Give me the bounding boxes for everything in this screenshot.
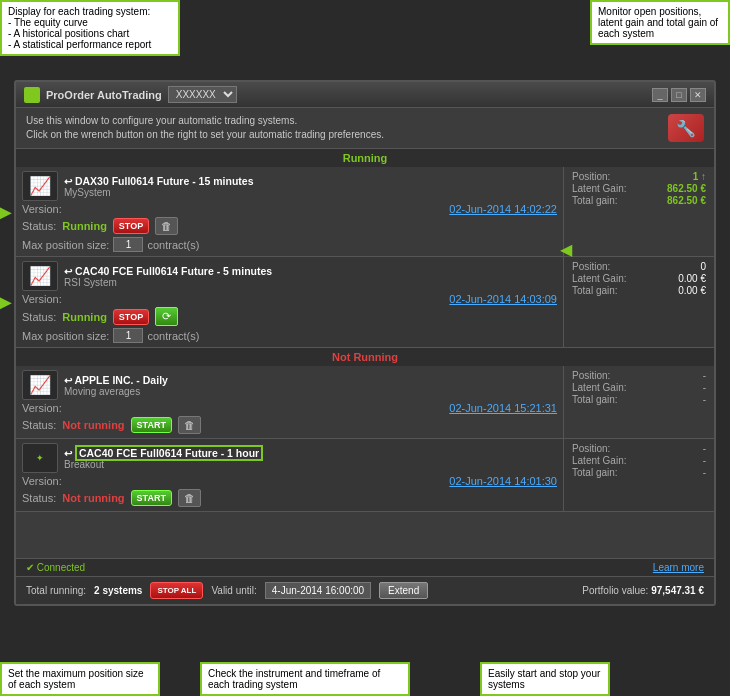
system-row: ▶ 📈 ↩ DAX30 Full0614 Future - 15 minutes…	[16, 167, 714, 257]
pos-value-sys4: -	[703, 443, 706, 454]
annotation-bottomright: Easily start and stop your systems	[480, 662, 610, 696]
status-value-sys2: Running	[62, 311, 107, 323]
footer-right: Portfolio value: 97,547.31 €	[582, 585, 704, 596]
arrow-right-annotation: ◀	[560, 240, 572, 259]
stop-all-button[interactable]: STOP ALL	[150, 582, 203, 599]
arrow-left-sys2: ▶	[0, 291, 12, 313]
total-value-sys1: 862.50 €	[667, 195, 706, 206]
latent-label-sys4: Latent Gain:	[572, 455, 626, 466]
settings-icon[interactable]: 🔧	[668, 114, 704, 142]
version-date-sys2[interactable]: 02-Jun-2014 14:03:09	[449, 293, 557, 305]
system-instrument-sys2: ↩ CAC40 FCE Full0614 Future - 5 minutes	[64, 265, 557, 277]
pos-value-sys1: 1 ↑	[693, 171, 706, 182]
annotation-bottomright-text: Easily start and stop your systems	[488, 668, 600, 690]
maxpos-input-sys2[interactable]	[113, 328, 143, 343]
annotation-bottomleft-text: Set the maximum position size of each sy…	[8, 668, 144, 690]
footer-left: Total running: 2 systems STOP ALL Valid …	[26, 582, 428, 599]
system-right-sys2: Position: 0 Latent Gain: 0.00 € Total ga…	[564, 257, 714, 347]
status-label-sys3: Status:	[22, 419, 56, 431]
system-right-sys4: Position: - Latent Gain: - Total gain: -	[564, 439, 714, 511]
connected-bar: ✔ Connected Learn more	[16, 558, 714, 576]
contracts-label-sys1: contract(s)	[147, 239, 199, 251]
header-info: Use this window to configure your automa…	[16, 108, 714, 149]
system-left-sys2: 📈 ↩ CAC40 FCE Full0614 Future - 5 minute…	[16, 257, 564, 347]
system-left-sys3: 📈 ↩ APPLE INC. - Daily Moving averages V…	[16, 366, 564, 438]
total-label-sys2: Total gain:	[572, 285, 618, 296]
stop-button-sys1[interactable]: STOP	[113, 218, 149, 234]
total-running-count: 2 systems	[94, 585, 142, 596]
pos-label-sys4: Position:	[572, 443, 610, 454]
system-name-sys3: Moving averages	[64, 386, 557, 397]
window-dropdown[interactable]: XXXXXX	[168, 86, 237, 103]
version-date-sys3[interactable]: 02-Jun-2014 15:21:31	[449, 402, 557, 414]
start-button-sys4[interactable]: START	[131, 490, 172, 506]
portfolio-label: Portfolio value:	[582, 585, 648, 596]
section-notrunning-header: Not Running	[16, 348, 714, 366]
maxpos-input-sys1[interactable]	[113, 237, 143, 252]
pos-value-sys2: 0	[700, 261, 706, 272]
system-chart-icon-sys3: 📈	[22, 370, 58, 400]
system-row-sys2: ▶ 📈 ↩ CAC40 FCE Full0614 Future - 5 minu…	[16, 257, 714, 348]
version-date-sys4[interactable]: 02-Jun-2014 14:01:30	[449, 475, 557, 487]
annotation-topright-text: Monitor open positions, latent gain and …	[598, 6, 718, 39]
extend-button[interactable]: Extend	[379, 582, 428, 599]
system-chart-icon-sys2: 📈	[22, 261, 58, 291]
annotation-topleft-line4: - A statistical performance report	[8, 39, 172, 50]
version-date-sys1[interactable]: 02-Jun-2014 14:02:22	[449, 203, 557, 215]
system-left-sys4: ✦ ↩ CAC40 FCE Full0614 Future - 1 hour B…	[16, 439, 564, 511]
window-icon	[24, 87, 40, 103]
delete-button-sys1[interactable]: 🗑	[155, 217, 178, 235]
version-label-sys2: Version:	[22, 293, 62, 305]
total-label-sys3: Total gain:	[572, 394, 618, 405]
pos-label-sys1: Position:	[572, 171, 610, 182]
restore-button[interactable]: □	[671, 88, 687, 102]
header-line1: Use this window to configure your automa…	[26, 114, 384, 128]
learn-more-link[interactable]: Learn more	[653, 562, 704, 573]
stop-button-sys2[interactable]: STOP	[113, 309, 149, 325]
annotation-bottomcenter-text: Check the instrument and timeframe of ea…	[208, 668, 380, 690]
total-running-label: Total running:	[26, 585, 86, 596]
system-chart-icon-sys4: ✦	[22, 443, 58, 473]
annotation-bottomleft: Set the maximum position size of each sy…	[0, 662, 160, 696]
system-name-sys1: MySystem	[64, 187, 557, 198]
total-value-sys2: 0.00 €	[678, 285, 706, 296]
footer-bar: Total running: 2 systems STOP ALL Valid …	[16, 576, 714, 604]
delete-button-sys3[interactable]: 🗑	[178, 416, 201, 434]
delete-button-sys4[interactable]: 🗑	[178, 489, 201, 507]
header-line2: Click on the wrench button on the right …	[26, 128, 384, 142]
total-label-sys4: Total gain:	[572, 467, 618, 478]
valid-date: 4-Jun-2014 16:00:00	[265, 582, 371, 599]
system-instrument-sys3: ↩ APPLE INC. - Daily	[64, 374, 557, 386]
main-window: ProOrder AutoTrading XXXXXX _ □ ✕ Use th…	[14, 80, 716, 606]
latent-value-sys1: 862.50 €	[667, 183, 706, 194]
close-button[interactable]: ✕	[690, 88, 706, 102]
status-value-sys4: Not running	[62, 492, 124, 504]
annotation-topleft-line2: - The equity curve	[8, 17, 172, 28]
arrow-left-sys1: ▶	[0, 201, 12, 223]
status-value-sys3: Not running	[62, 419, 124, 431]
connected-status: ✔ Connected	[26, 562, 85, 573]
status-label-sys1: Status:	[22, 220, 56, 232]
annotation-topright: Monitor open positions, latent gain and …	[590, 0, 730, 45]
latent-value-sys3: -	[703, 382, 706, 393]
system-right-sys3: Position: - Latent Gain: - Total gain: -	[564, 366, 714, 438]
section-running-header: Running	[16, 149, 714, 167]
system-row-sys3: 📈 ↩ APPLE INC. - Daily Moving averages V…	[16, 366, 714, 439]
title-bar: ProOrder AutoTrading XXXXXX _ □ ✕	[16, 82, 714, 108]
system-right-sys1: Position: 1 ↑ Latent Gain: 862.50 € Tota…	[564, 167, 714, 256]
version-label-sys4: Version:	[22, 475, 62, 487]
status-value-sys1: Running	[62, 220, 107, 232]
pos-label-sys3: Position:	[572, 370, 610, 381]
contracts-label-sys2: contract(s)	[147, 330, 199, 342]
minimize-button[interactable]: _	[652, 88, 668, 102]
refresh-button-sys2[interactable]: ⟳	[155, 307, 178, 326]
start-button-sys3[interactable]: START	[131, 417, 172, 433]
total-value-sys3: -	[703, 394, 706, 405]
annotation-topleft: Display for each trading system: - The e…	[0, 0, 180, 56]
system-instrument-sys4: ↩ CAC40 FCE Full0614 Future - 1 hour	[64, 447, 557, 459]
maxpos-label-sys2: Max position size:	[22, 330, 109, 342]
system-name-sys2: RSI System	[64, 277, 557, 288]
latent-label-sys3: Latent Gain:	[572, 382, 626, 393]
total-label-sys1: Total gain:	[572, 195, 618, 206]
pos-label-sys2: Position:	[572, 261, 610, 272]
